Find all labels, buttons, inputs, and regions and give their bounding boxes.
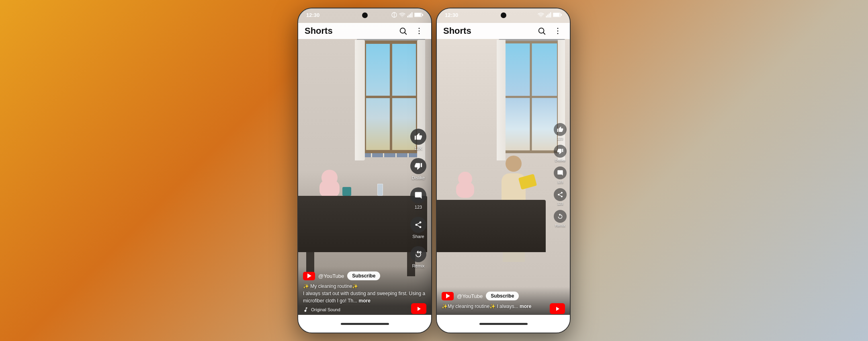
dislike-icon-container-right [554, 145, 567, 158]
like-button-right[interactable]: 123 [554, 123, 567, 141]
person-head [506, 156, 522, 172]
share-button-left[interactable]: Share [410, 217, 426, 239]
yt-bottom-right-left[interactable] [411, 303, 426, 314]
app-title-right: Shorts [443, 26, 471, 36]
plush-body [319, 180, 340, 198]
video-title-left: ✨ My cleaning routine✨ I always start ou… [303, 283, 426, 304]
share-icon-left [414, 221, 422, 229]
like-icon-container-left [410, 129, 426, 145]
wifi-icon-left [399, 12, 405, 18]
svg-rect-7 [415, 13, 421, 16]
battery-icon-right [553, 12, 562, 17]
search-icon-right [537, 27, 546, 35]
comment-label-right: 123 [557, 180, 563, 184]
music-icon-left [303, 307, 309, 312]
yt-bottom-right-right[interactable] [550, 303, 565, 314]
data-saver-icon [391, 12, 397, 18]
status-time-left: 12:30 [306, 12, 319, 18]
remix-button-left[interactable]: Remix [410, 246, 426, 268]
curtain-rod-right [499, 39, 565, 41]
comment-button-left[interactable]: 123 [410, 187, 426, 210]
subscribe-button-right[interactable]: Subscribe [486, 292, 519, 300]
share-icon-right [557, 191, 563, 198]
more-button-left[interactable]: more [359, 298, 371, 304]
svg-point-13 [419, 33, 420, 34]
dislike-icon-container-left [410, 158, 426, 174]
nav-pill-right [479, 323, 528, 325]
remix-icon-container-left [410, 246, 426, 262]
comment-button-right[interactable]: 123 [554, 166, 567, 184]
sound-label-left: Original Sound [311, 307, 340, 312]
search-button-right[interactable] [536, 25, 547, 37]
svg-line-23 [543, 33, 545, 34]
svg-rect-3 [409, 14, 409, 17]
svg-rect-20 [553, 13, 560, 16]
channel-row-left: @YouTube Subscribe [303, 271, 426, 280]
app-bar-icons-left [397, 25, 425, 37]
remix-label-right: Remix [555, 224, 565, 228]
left-curtain-right [497, 40, 506, 160]
action-buttons-right: 123 Dislike 123 123 [554, 123, 567, 228]
remix-icon-right [557, 213, 563, 220]
more-button-right[interactable]: more [520, 304, 531, 309]
svg-point-26 [557, 33, 559, 34]
remix-icon-container-right [554, 210, 567, 223]
title-short-right: ✨My cleaning routine✨ I always... [442, 304, 518, 309]
plush-body-right [456, 182, 474, 198]
nav-bar-right [437, 315, 570, 333]
phone-left: 12:30 Shorts [297, 8, 432, 333]
phone-right: 12:30 Shorts [436, 8, 571, 333]
camera-notch-right [501, 12, 506, 18]
dislike-button-left[interactable]: Dislike [410, 158, 426, 180]
share-button-right[interactable]: 123 [554, 188, 567, 206]
thumb-up-icon-right [557, 126, 563, 133]
like-button-left[interactable]: 12K [410, 129, 426, 151]
svg-rect-21 [561, 14, 562, 16]
window-right [502, 41, 560, 153]
remix-icon-left [414, 250, 422, 258]
svg-rect-4 [410, 14, 411, 18]
share-label-right: 123 [557, 202, 563, 206]
channel-name-left[interactable]: @YouTube [318, 273, 344, 279]
subscribe-button-left[interactable]: Subscribe [347, 271, 380, 280]
thumb-down-icon-left [414, 162, 422, 170]
more-button-left[interactable] [414, 25, 425, 37]
plush-toy-right [455, 172, 475, 198]
more-icon-left [415, 27, 424, 35]
like-label-left: 12K [414, 146, 422, 151]
video-area-right[interactable] [437, 8, 570, 333]
yt-logo-right [442, 292, 454, 300]
action-buttons-left: 12K Dislike 123 Share [410, 129, 426, 268]
dining-table-left [298, 196, 427, 252]
share-label-left: Share [412, 234, 424, 239]
more-icon-right [553, 27, 562, 35]
comment-icon-right [557, 170, 563, 176]
remix-button-right[interactable]: Remix [554, 210, 567, 228]
yt-btn-large-right [550, 303, 565, 314]
dislike-label-left: Dislike [412, 175, 425, 180]
comment-icon-container-right [554, 166, 567, 179]
channel-name-right[interactable]: @YouTube [457, 293, 483, 299]
like-label-right: 123 [557, 137, 563, 141]
glass [377, 184, 383, 196]
search-icon-left [399, 27, 407, 35]
dislike-button-right[interactable]: Dislike [554, 145, 567, 162]
svg-point-12 [419, 31, 420, 32]
svg-line-10 [405, 33, 406, 34]
app-title-left: Shorts [305, 26, 333, 36]
table-right [437, 200, 546, 252]
wifi-icon-right [538, 12, 544, 18]
thumb-up-icon-left [414, 133, 422, 141]
svg-rect-15 [546, 16, 547, 17]
signal-icon-right [546, 12, 551, 18]
search-button-left[interactable] [397, 25, 409, 37]
more-button-right[interactable] [552, 25, 563, 37]
svg-rect-18 [550, 12, 551, 18]
comment-icon-container-left [410, 187, 426, 203]
status-icons-left [391, 12, 423, 18]
title-line1-left: ✨ My cleaning routine✨ [303, 283, 358, 289]
status-time-right: 12:30 [445, 12, 458, 18]
svg-point-24 [557, 28, 559, 29]
svg-point-25 [557, 31, 559, 32]
app-bar-icons-right [536, 25, 563, 37]
